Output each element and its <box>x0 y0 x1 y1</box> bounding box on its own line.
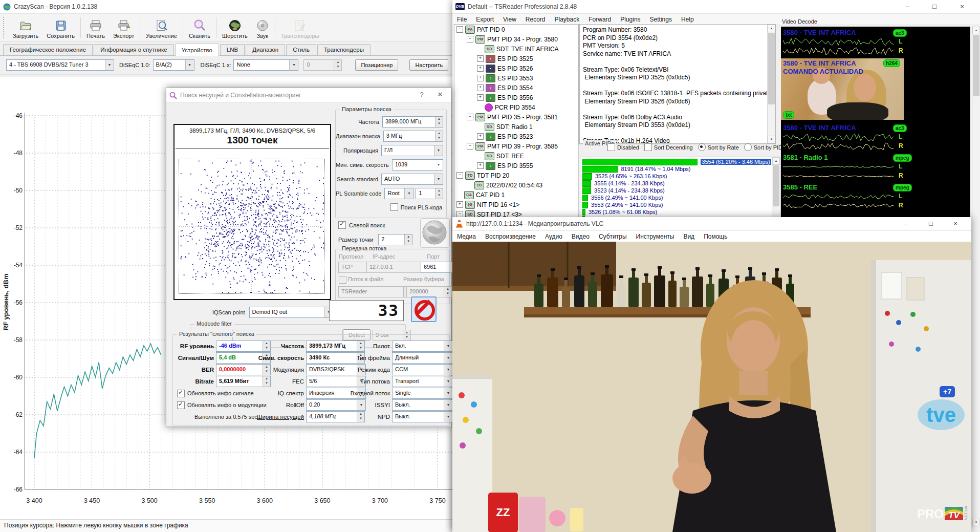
expand-icon[interactable]: + <box>477 162 484 169</box>
scrollbar[interactable]: ▲▼ <box>767 25 775 143</box>
expand-icon[interactable]: + <box>477 94 484 101</box>
minimize-button[interactable]: – <box>899 1 916 12</box>
scroll-up-icon[interactable]: ▲ <box>772 157 780 165</box>
pid-row[interactable]: 3555 (4.14% - 234.38 Kbps) <box>581 180 780 187</box>
help-button[interactable]: ? <box>413 89 430 100</box>
tree-node[interactable]: SDSDT: TVE INT AFRICA <box>454 44 578 54</box>
menu-plugins[interactable]: Plugins <box>616 16 645 23</box>
port-spinner[interactable]: 6961▲▼ <box>421 262 457 273</box>
maximize-button[interactable]: □ <box>922 218 940 229</box>
expand-icon[interactable]: + <box>477 84 484 91</box>
minimize-button[interactable]: – <box>898 218 915 229</box>
tab-6[interactable]: Транспондеры <box>317 44 371 55</box>
sort-by-pid-radio[interactable] <box>744 143 752 151</box>
tree-node[interactable]: +▪ES PID 3526 <box>454 63 578 73</box>
collapse-icon[interactable]: − <box>467 114 473 120</box>
collapse-icon[interactable]: − <box>456 172 463 179</box>
vlc-menu-4[interactable]: Субтитры <box>594 233 631 240</box>
tree-node[interactable]: +♪ES PID 3555 <box>454 161 578 171</box>
toolbar-button-globe[interactable]: Шерстить <box>218 15 252 40</box>
toolbar-button-scan-magnifier[interactable]: Сканить <box>185 15 214 40</box>
vlc-video-area[interactable]: ZZ+7tvePROTVNET.UA <box>452 242 971 532</box>
menu-file[interactable]: File <box>452 16 471 23</box>
pid-row[interactable]: 8191 (18.47% ~ 1.04 Mbps) <box>581 165 780 173</box>
pid-row[interactable]: 3525 (4.65% ~ 263.16 Kbps) <box>581 173 780 180</box>
tab-2[interactable]: Устройство <box>175 44 219 56</box>
pid-row[interactable]: 3554 (61.20% - 3.46 Mbps) <box>581 158 780 165</box>
tree-node[interactable]: +▪ES PID 3554 <box>454 83 578 93</box>
tab-3[interactable]: LNB <box>220 44 245 55</box>
collapse-icon[interactable]: − <box>467 143 473 150</box>
blind-search-checkbox[interactable] <box>338 221 346 229</box>
vlc-menu-5[interactable]: Инструменты <box>631 233 679 240</box>
stop-button[interactable] <box>411 296 437 322</box>
result-field-2-4[interactable]: Single▼ <box>392 388 453 399</box>
tree-node[interactable]: PCR PID 3554 <box>454 102 578 112</box>
result-field-2-3[interactable]: Transport▼ <box>392 376 453 387</box>
close-button[interactable]: ✕ <box>431 89 449 100</box>
tab-0[interactable]: Географическое положение <box>3 44 93 55</box>
param-0-spinner[interactable]: 3899,000 МГц▲▼ <box>382 116 443 127</box>
vlc-menu-3[interactable]: Видео <box>567 233 594 240</box>
pid-row[interactable]: 3553 (2.49% ~ 141.00 Kbps) <box>581 201 780 208</box>
pls-search-checkbox[interactable] <box>390 203 398 211</box>
globe-button[interactable] <box>420 218 450 248</box>
diseqc1x-select[interactable]: None▼ <box>233 59 298 71</box>
expand-icon[interactable]: + <box>477 75 484 81</box>
vlc-menu-0[interactable]: Медиа <box>452 233 481 240</box>
maximize-button[interactable]: □ <box>926 1 943 12</box>
toolbar-button-print[interactable]: Печать <box>82 15 109 40</box>
disabled-checkbox[interactable] <box>607 143 615 151</box>
result-field-2-6[interactable]: Выкл.▼ <box>392 411 453 422</box>
param-2-select[interactable]: Г/Л▼ <box>381 145 443 156</box>
vlc-menu-7[interactable]: Помощь <box>699 233 732 240</box>
tree-node[interactable]: −PMPMT PID 34 - Progr. 3580 <box>454 34 578 44</box>
tree-node[interactable]: SDSDT: REE <box>454 151 578 161</box>
tree-node[interactable]: −PMPMT PID 39 - Progr. 3585 <box>454 141 578 151</box>
collapse-icon[interactable]: − <box>456 26 463 33</box>
scrollbar[interactable]: ▲ ▼ <box>972 27 980 526</box>
tree-node[interactable]: +▪ES PID 3525 <box>454 54 578 63</box>
close-button[interactable]: × <box>947 218 964 229</box>
expand-icon[interactable]: + <box>477 133 484 140</box>
dot-size-spinner[interactable]: 2▲▼ <box>378 234 412 245</box>
crazyscan-titlebar[interactable]: CrazyScan - Версия 1.0.2.138 <box>0 0 455 14</box>
positioner-button[interactable]: Позиционер <box>355 59 398 71</box>
menu-playback[interactable]: Playback <box>550 16 584 23</box>
sort-by-rate-radio[interactable] <box>698 143 706 151</box>
vlc-menu-1[interactable]: Воспроизведение <box>481 233 540 240</box>
tsreader-titlebar[interactable]: DVB Default -- TSReader Professional 2.8… <box>452 0 980 14</box>
param-3-select[interactable]: 1039▾ <box>392 159 443 171</box>
pid-row[interactable]: 3556 (2.49% ~ 141.00 Kbps) <box>581 194 780 201</box>
tree-node[interactable]: −PMPMT PID 35 - Progr. 3581 <box>454 112 578 122</box>
toolbar-button-save-floppy[interactable]: Сохранить <box>42 15 79 40</box>
tree-node[interactable]: +♪ES PID 3556 <box>454 93 578 102</box>
tree-node[interactable]: SDSDT: Radio 1 <box>454 122 578 132</box>
param-4-select[interactable]: AUTO▼ <box>381 174 443 185</box>
expand-icon[interactable]: + <box>456 201 463 208</box>
tree-node[interactable]: TD2022/07/02 00:54:43 <box>454 180 578 190</box>
result-field-2-1[interactable]: Длинный▼ <box>392 352 453 364</box>
close-button[interactable]: × <box>953 1 971 12</box>
pid-row[interactable]: 3526 (1.08% ~ 61.08 Kbps) <box>581 208 780 216</box>
vlc-titlebar[interactable]: http://127.0.0.1:1234 - Медиапроигрывате… <box>452 217 971 231</box>
program-info-pane[interactable]: Program Number: 3580 PCR on PID 3554 (0x… <box>579 24 776 144</box>
scroll-down-icon[interactable]: ▼ <box>972 519 980 526</box>
menu-help[interactable]: Help <box>677 16 699 23</box>
menu-settings[interactable]: Settings <box>645 16 677 23</box>
configure-button[interactable]: Настроить <box>409 59 448 71</box>
toolbar-drag-handle[interactable] <box>3 17 7 38</box>
tree-node[interactable]: +♪ES PID 3523 <box>454 132 578 141</box>
menu-view[interactable]: View <box>498 16 521 23</box>
param-1-spinner[interactable]: 3 МГц▲▼ <box>383 131 443 142</box>
dialog-titlebar[interactable]: Поиск несущей и Constellation-мониторинг… <box>166 88 451 103</box>
tuner-select[interactable]: 4 - TBS 6908 DVBS/S2 Tuner 3▼ <box>6 59 114 71</box>
vlc-menu-2[interactable]: Аудио <box>540 233 567 240</box>
param-5-spinner[interactable]: 1▲▼ <box>416 188 443 199</box>
scroll-up-icon[interactable]: ▲ <box>768 25 775 32</box>
iqscan-select[interactable]: Demod IQ out▼ <box>249 307 334 318</box>
sort-descending-checkbox[interactable] <box>644 143 652 151</box>
menu-forward[interactable]: Forward <box>584 16 616 23</box>
result-field-2-0[interactable]: Вкл.▼ <box>392 341 453 352</box>
tree-node[interactable]: −PAPAT PID 0 <box>454 25 578 34</box>
